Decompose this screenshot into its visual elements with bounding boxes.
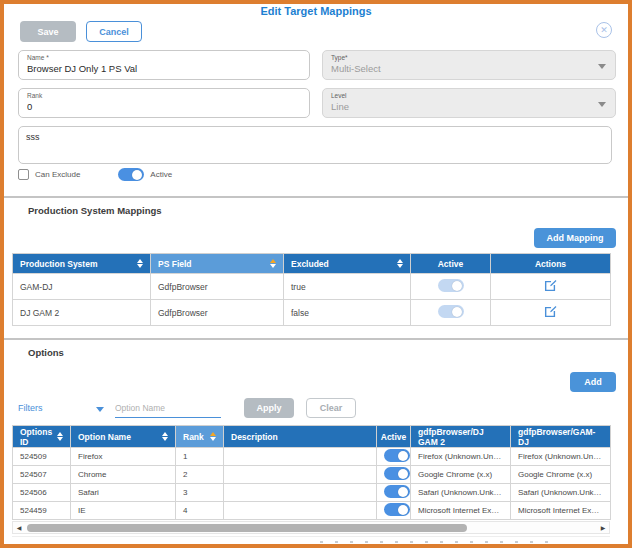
column-header-mapping-gam-dj: gdfpBrowser/GAM-DJ — [511, 426, 611, 448]
ps-mappings-table: Production System PS Field Excluded Acti… — [12, 253, 611, 326]
mapping1-cell: Safari (Unknown.Unknown) — [411, 484, 511, 502]
option-name-cell: Firefox — [71, 448, 176, 466]
close-icon[interactable]: ✕ — [596, 22, 612, 38]
column-header-ps-field[interactable]: PS Field — [151, 254, 284, 274]
column-header-production-system[interactable]: Production System — [13, 254, 151, 274]
add-mapping-button[interactable]: Add Mapping — [534, 228, 616, 248]
dialog-title: Edit Target Mappings — [4, 5, 628, 17]
notes-textarea[interactable]: sss — [18, 126, 612, 164]
column-header-options-id[interactable]: Options ID — [13, 426, 71, 448]
table-row: GAM-DJ GdfpBrowser true — [13, 274, 611, 300]
column-label: PS Field — [158, 259, 192, 269]
level-select[interactable]: Level Line — [322, 88, 616, 118]
rank-field-label: Rank — [27, 92, 301, 99]
cancel-button[interactable]: Cancel — [86, 21, 142, 42]
mapping1-cell: Google Chrome (x.x) — [411, 466, 511, 484]
active-toggle-label: Active — [150, 170, 172, 179]
scroll-right-icon[interactable]: ▶ — [597, 524, 609, 531]
clear-filter-button[interactable]: Clear — [306, 398, 356, 418]
table-row: DJ GAM 2 GdfpBrowser false — [13, 300, 611, 326]
row-active-toggle[interactable] — [384, 467, 410, 480]
apply-filter-button[interactable]: Apply — [244, 398, 294, 418]
table-row: 524507 Chrome 2 Google Chrome (x.x) Goog… — [13, 466, 611, 484]
production-system-cell: GAM-DJ — [13, 274, 151, 300]
row-active-toggle[interactable] — [384, 449, 410, 462]
options-table: Options ID Option Name Rank Description … — [12, 425, 611, 520]
column-label: Options ID — [20, 427, 53, 447]
option-name-filter-input[interactable] — [115, 398, 221, 418]
chevron-down-icon — [598, 102, 606, 107]
option-id-cell: 524459 — [13, 502, 71, 520]
rank-cell: 4 — [176, 502, 224, 520]
option-name-cell: Safari — [71, 484, 176, 502]
type-select-value: Multi-Select — [331, 63, 607, 74]
rank-field[interactable]: Rank — [18, 88, 310, 118]
description-cell — [224, 484, 377, 502]
name-field[interactable]: Name * — [18, 50, 310, 80]
row-active-toggle[interactable] — [438, 305, 464, 318]
description-cell — [224, 448, 377, 466]
option-name-cell: IE — [71, 502, 176, 520]
scroll-left-icon[interactable]: ◀ — [13, 524, 25, 531]
level-select-value: Line — [331, 101, 607, 112]
options-heading: Options — [28, 347, 64, 358]
column-header-mapping-dj-gam-2: gdfpBrowser/DJ GAM 2 — [411, 426, 511, 448]
edit-target-mappings-dialog: Edit Target Mappings Save Cancel ✕ Name … — [0, 0, 632, 548]
ps-field-cell: GdfpBrowser — [151, 300, 284, 326]
flags-row: Can Exclude Active — [18, 168, 172, 181]
row-active-toggle[interactable] — [438, 279, 464, 292]
add-option-button[interactable]: Add — [570, 372, 616, 392]
row-active-toggle[interactable] — [384, 485, 410, 498]
chevron-down-icon — [598, 64, 606, 69]
rank-cell: 2 — [176, 466, 224, 484]
type-select-label: Type* — [331, 54, 607, 61]
row-active-toggle[interactable] — [384, 503, 410, 516]
ps-field-cell: GdfpBrowser — [151, 274, 284, 300]
options-header-row: Options ID Option Name Rank Description … — [13, 426, 611, 448]
mapping1-cell: Firefox (Unknown.Unkno... — [411, 448, 511, 466]
column-header-excluded[interactable]: Excluded — [284, 254, 411, 274]
column-header-option-name[interactable]: Option Name — [71, 426, 176, 448]
sort-icon — [162, 432, 168, 441]
column-label: Active — [381, 432, 407, 442]
sort-icon-active — [270, 259, 276, 268]
save-button[interactable]: Save — [20, 21, 76, 42]
column-label: gdfpBrowser/GAM-DJ — [518, 427, 603, 447]
excluded-cell: true — [284, 274, 411, 300]
rank-input[interactable] — [27, 101, 301, 112]
level-select-label: Level — [331, 92, 607, 99]
mapping2-cell: Microsoft Internet Explo... — [511, 502, 611, 520]
scrollbar-thumb[interactable] — [27, 524, 467, 532]
ps-mappings-heading: Production System Mappings — [28, 205, 162, 216]
description-cell — [224, 466, 377, 484]
horizontal-scrollbar[interactable]: ◀ ▶ — [12, 521, 610, 534]
column-label: Production System — [20, 259, 97, 269]
can-exclude-checkbox[interactable] — [18, 169, 29, 180]
rank-cell: 3 — [176, 484, 224, 502]
chevron-down-icon[interactable] — [96, 407, 104, 412]
column-header-active: Active — [377, 426, 411, 448]
name-input[interactable] — [27, 63, 301, 74]
edit-icon[interactable] — [544, 279, 557, 292]
production-system-cell: DJ GAM 2 — [13, 300, 151, 326]
sort-icon — [397, 259, 403, 268]
sort-icon — [137, 259, 143, 268]
edit-icon[interactable] — [544, 305, 557, 318]
excluded-cell: false — [284, 300, 411, 326]
name-field-label: Name * — [27, 54, 301, 61]
mapping2-cell: Google Chrome (x.x) — [511, 466, 611, 484]
filters-dropdown[interactable]: Filters — [18, 403, 43, 413]
mapping2-cell: Safari (Unknown.Unkno... — [511, 484, 611, 502]
column-label: Rank — [183, 432, 204, 442]
column-header-description: Description — [224, 426, 377, 448]
active-toggle[interactable] — [118, 168, 144, 181]
column-label: Actions — [535, 259, 566, 269]
column-header-rank[interactable]: Rank — [176, 426, 224, 448]
type-select[interactable]: Type* Multi-Select — [322, 50, 616, 80]
section-divider — [4, 196, 628, 198]
description-cell — [224, 502, 377, 520]
column-header-active: Active — [411, 254, 491, 274]
ps-mappings-header-row: Production System PS Field Excluded Acti… — [13, 254, 611, 274]
option-id-cell: 524507 — [13, 466, 71, 484]
column-label: Active — [438, 259, 464, 269]
